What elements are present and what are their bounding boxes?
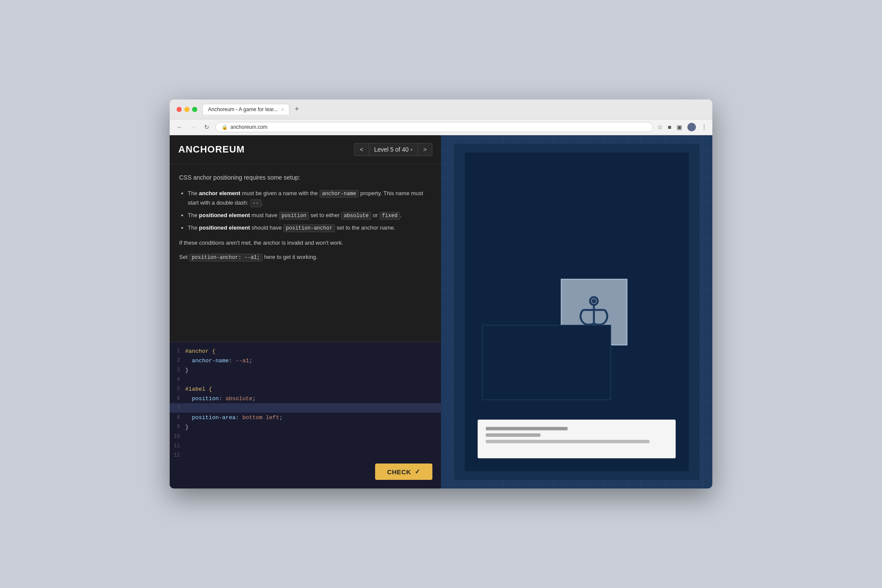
toolbar-icons: ☆ ■ ▣ ⋮ <box>657 123 707 131</box>
instructions-list: The anchor element must be given a name … <box>179 189 432 233</box>
anchor-name-code: anchor-name <box>320 190 359 198</box>
absolute-code: absolute <box>341 212 371 220</box>
bold-positioned-element-2: positioned element <box>199 224 250 231</box>
bookmark-icon[interactable]: ☆ <box>657 124 663 131</box>
prev-level-button[interactable]: < <box>354 143 368 156</box>
instructions-intro: CSS anchor positioning requires some set… <box>179 173 432 182</box>
left-panel: ANCHOREUM < Level 5 of 40 ▾ > CSS anchor… <box>170 135 441 488</box>
url-text: anchoreum.com <box>230 124 267 130</box>
preview-content <box>465 152 689 471</box>
code-editor[interactable]: 1 #anchor { 2 anchor-name: --a1; 3 } 4 5 <box>170 342 441 488</box>
code-line-12: 12 <box>170 451 441 460</box>
maximize-traffic-light[interactable] <box>192 107 197 112</box>
browser-toolbar: ← → ↻ 🔒 anchoreum.com ☆ ■ ▣ ⋮ <box>170 119 712 135</box>
bold-positioned-element-1: positioned element <box>199 212 250 218</box>
instructions-panel: CSS anchor positioning requires some set… <box>170 164 441 342</box>
instruction-item-3: The positioned element should have posit… <box>188 224 432 233</box>
code-line-6: 6 position: absolute; <box>170 394 441 403</box>
next-level-button[interactable]: > <box>418 143 432 156</box>
code-line-4: 4 <box>170 375 441 384</box>
task-code: position-anchor: --a1; <box>189 254 262 261</box>
close-traffic-light[interactable] <box>177 107 182 112</box>
right-panel <box>441 135 712 488</box>
bold-anchor-element: anchor element <box>199 190 240 196</box>
code-line-8: 8 position-area: bottom left; <box>170 413 441 422</box>
preview-inner <box>454 144 699 480</box>
code-line-10: 10 <box>170 432 441 441</box>
profile-icon[interactable] <box>687 123 696 131</box>
instructions-note: If these conditions aren't met, the anch… <box>179 239 432 248</box>
label-line-2 <box>486 433 540 437</box>
instructions-task: Set position-anchor: --a1; here to get i… <box>179 253 432 262</box>
forward-button[interactable]: → <box>189 123 198 131</box>
back-button[interactable]: ← <box>175 123 184 131</box>
traffic-lights <box>177 107 197 112</box>
tab-bar: Anchoreum - A game for lear... × + <box>202 104 692 115</box>
fixed-code: fixed <box>379 212 400 220</box>
check-button-area: CHECK ✓ <box>170 460 441 484</box>
extensions-icon[interactable]: ■ <box>668 124 671 131</box>
double-dash-code: -- <box>250 199 261 207</box>
label-line-3 <box>486 440 649 443</box>
app-header: ANCHOREUM < Level 5 of 40 ▾ > <box>170 135 441 164</box>
position-anchor-code: position-anchor <box>283 224 335 232</box>
tab-title: Anchoreum - A game for lear... <box>208 106 278 112</box>
check-button[interactable]: CHECK ✓ <box>375 464 432 480</box>
browser-window: Anchoreum - A game for lear... × + ← → ↻… <box>170 100 712 488</box>
positioned-element <box>482 325 611 400</box>
active-tab[interactable]: Anchoreum - A game for lear... × <box>202 104 289 115</box>
label-line-1 <box>486 427 568 430</box>
code-line-5: 5 #label { <box>170 384 441 394</box>
code-line-1: 1 #anchor { <box>170 346 441 356</box>
level-label: Level 5 of 40 ▾ <box>369 143 418 156</box>
new-tab-button[interactable]: + <box>293 105 301 114</box>
app-container: ANCHOREUM < Level 5 of 40 ▾ > CSS anchor… <box>170 135 712 488</box>
code-line-3: 3 } <box>170 365 441 375</box>
address-bar[interactable]: 🔒 anchoreum.com <box>215 122 653 132</box>
svg-point-3 <box>592 299 596 303</box>
preview-scene <box>465 152 689 471</box>
code-line-11: 11 <box>170 441 441 451</box>
app-logo: ANCHOREUM <box>178 144 245 155</box>
code-line-7[interactable]: 7 <box>170 403 441 413</box>
menu-icon[interactable]: ⋮ <box>701 124 707 131</box>
code-line-2: 2 anchor-name: --a1; <box>170 356 441 365</box>
tab-close-button[interactable]: × <box>281 107 284 112</box>
instruction-item-2: The positioned element must have positio… <box>188 211 432 220</box>
instruction-item-1: The anchor element must be given a name … <box>188 189 432 207</box>
cast-icon[interactable]: ▣ <box>677 124 682 131</box>
level-nav: < Level 5 of 40 ▾ > <box>354 143 432 156</box>
code-line-9: 9 } <box>170 422 441 432</box>
position-code: position <box>279 212 309 220</box>
browser-titlebar: Anchoreum - A game for lear... × + <box>170 100 712 119</box>
minimize-traffic-light[interactable] <box>184 107 189 112</box>
label-box <box>478 420 676 458</box>
refresh-button[interactable]: ↻ <box>202 123 211 131</box>
